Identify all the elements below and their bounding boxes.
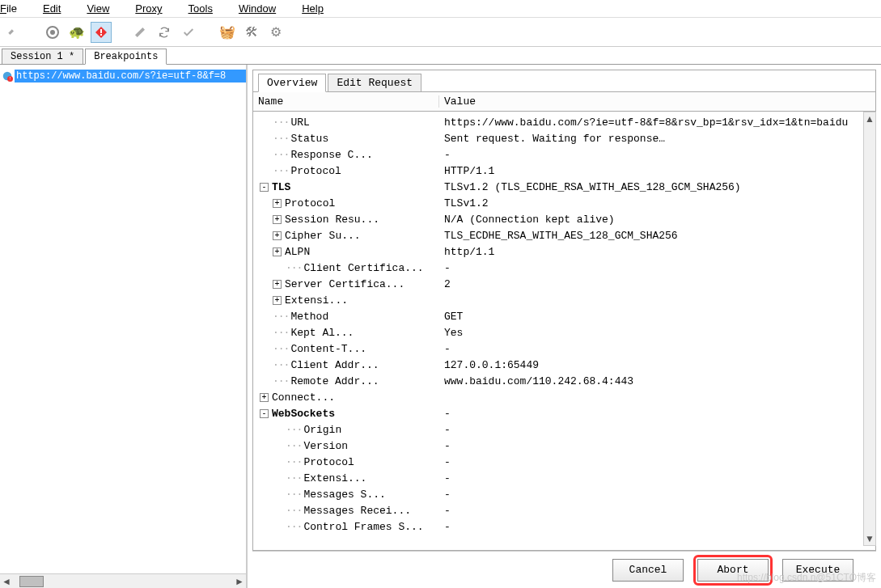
tree-line-icon: ··· [273,149,289,161]
row-value: TLSv1.2 (TLS_ECDHE_RSA_WITH_AES_128_GCM_… [439,180,875,196]
table-row[interactable]: ···Version- [253,438,875,455]
table-row[interactable]: ···Control Frames S...- [253,519,875,535]
tree-toggle-icon[interactable]: + [273,296,282,305]
menu-window[interactable]: Window [239,2,289,15]
header-name[interactable]: Name [253,95,439,108]
tree-toggle-icon[interactable]: + [273,215,282,224]
tree-toggle-icon[interactable]: + [260,393,269,402]
table-row[interactable]: +ALPNhttp/1.1 [253,244,875,260]
row-value: http/1.1 [439,244,875,260]
table-row[interactable]: ···Client Certifica...- [253,260,875,277]
cancel-button[interactable]: Cancel [612,559,684,582]
table-body[interactable]: ···URLhttps://www.baidu.com/s?ie=utf-8&f… [253,112,875,550]
request-list-panel: ! https://www.baidu.com/s?ie=utf-8&f=8 ◄… [0,65,247,588]
table-row[interactable]: ···Kept Al...Yes [253,325,875,341]
table-row[interactable]: ···Extensi...- [253,471,875,487]
table-row[interactable]: ···URLhttps://www.baidu.com/s?ie=utf-8&f… [253,115,875,131]
request-row[interactable]: ! https://www.baidu.com/s?ie=utf-8&f=8 [0,68,246,84]
scroll-up-arrow-icon[interactable]: ▲ [864,112,875,125]
tree-line-icon: ··· [286,262,302,274]
record-icon[interactable] [42,22,63,43]
tab-breakpoints[interactable]: Breakpoints [85,49,167,65]
table-row[interactable]: +Session Resu...N/A (Connection kept ali… [253,212,875,228]
row-value [439,390,875,406]
row-name: Messages S... [303,489,385,501]
scroll-right-arrow-icon[interactable]: ► [233,575,246,588]
row-name: Cipher Su... [285,230,361,242]
row-name: Origin [303,424,341,436]
table-row[interactable]: ···Client Addr...127.0.0.1:65449 [253,357,875,374]
table-row[interactable]: +Server Certifica...2 [253,277,875,293]
tree-line-icon: ··· [286,456,302,468]
scroll-left-arrow-icon[interactable]: ◄ [0,575,13,588]
execute-button[interactable]: Execute [782,559,853,582]
table-row[interactable]: -TLSTLSv1.2 (TLS_ECDHE_RSA_WITH_AES_128_… [253,180,875,196]
table-row[interactable]: ···Content-T...- [253,341,875,357]
row-value: - [439,487,875,503]
row-value: 2 [439,277,875,293]
tree-line-icon: ··· [286,440,302,452]
tree-line-icon: ··· [273,116,289,129]
tab-session-1[interactable]: Session 1 * [2,49,83,64]
header-value[interactable]: Value [439,95,875,108]
basket-icon[interactable]: 🧺 [217,22,238,43]
tree-toggle-icon[interactable]: + [273,280,282,289]
row-name: URL [290,116,309,129]
row-value: Yes [439,325,875,341]
tree-toggle-icon[interactable]: + [273,199,282,208]
row-name: Status [290,133,328,145]
svg-rect-4 [100,34,102,36]
row-value: - [439,147,875,163]
menu-proxy[interactable]: Proxy [135,2,175,15]
row-value: www.baidu.com/110.242.68.4:443 [439,374,875,390]
tree-toggle-icon[interactable]: - [260,409,269,418]
table-row[interactable]: ···Protocol- [253,455,875,471]
row-name: Kept Al... [290,327,354,339]
table-row[interactable]: ···MethodGET [253,309,875,325]
vertical-scrollbar[interactable]: ▲ ▼ [863,112,876,546]
repeat-icon[interactable] [154,22,175,43]
menu-edit[interactable]: Edit [43,2,74,15]
row-name: Remote Addr... [290,375,379,387]
table-row[interactable]: ···Messages S...- [253,487,875,503]
broom-icon[interactable] [3,22,24,43]
throttle-icon[interactable]: 🐢 [66,22,87,43]
table-row[interactable]: ···Origin- [253,422,875,438]
table-row[interactable]: +ProtocolTLSv1.2 [253,196,875,212]
tree-line-icon: ··· [273,165,289,177]
tree-toggle-icon[interactable]: - [260,183,269,192]
abort-highlight: Abort [693,555,773,586]
left-horizontal-scrollbar[interactable]: ◄ ► [0,573,246,588]
menu-tools[interactable]: Tools [188,2,226,15]
tab-overview[interactable]: Overview [258,74,326,92]
table-row[interactable]: +Cipher Su...TLS_ECDHE_RSA_WITH_AES_128_… [253,228,875,244]
tab-edit-request[interactable]: Edit Request [328,74,421,91]
table-row[interactable]: ···StatusSent request. Waiting for respo… [253,131,875,147]
row-name: ALPN [285,246,310,258]
menu-help[interactable]: Help [302,2,337,15]
row-value: - [439,519,875,535]
menu-file[interactable]: File [0,2,30,15]
edit-icon[interactable] [129,22,150,43]
check-icon[interactable] [178,22,199,43]
table-row[interactable]: -WebSockets- [253,406,875,422]
abort-button[interactable]: Abort [697,559,769,582]
breakpoints-icon[interactable] [91,22,112,43]
table-row[interactable]: ···Remote Addr...www.baidu.com/110.242.6… [253,374,875,390]
row-name: TLS [272,181,290,193]
tree-line-icon: ··· [286,521,302,533]
tree-toggle-icon[interactable]: + [273,247,282,256]
table-row[interactable]: ···Messages Recei...- [253,503,875,519]
tree-line-icon: ··· [273,343,289,355]
settings-icon[interactable]: ⚙ [265,22,286,43]
scroll-thumb[interactable] [19,576,44,587]
table-row[interactable]: ···ProtocolHTTP/1.1 [253,163,875,180]
table-row[interactable]: +Extensi... [253,293,875,309]
menu-view[interactable]: View [87,2,122,15]
row-name: Version [303,440,348,452]
table-row[interactable]: ···Response C...- [253,147,875,163]
tools-icon[interactable]: 🛠 [241,22,262,43]
scroll-down-arrow-icon[interactable]: ▼ [864,532,875,545]
table-row[interactable]: +Connect... [253,390,875,406]
tree-toggle-icon[interactable]: + [273,231,282,240]
